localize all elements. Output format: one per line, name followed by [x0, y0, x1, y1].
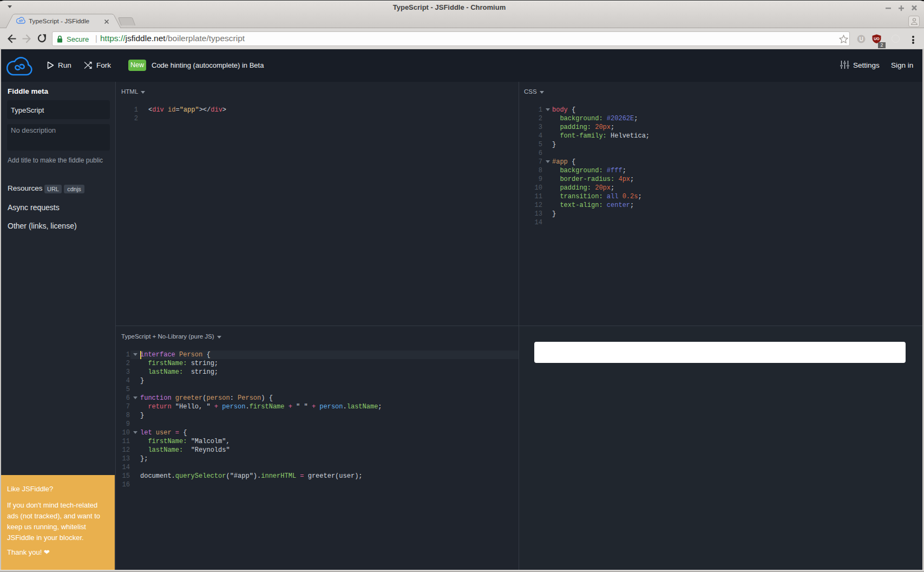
svg-text:U: U [859, 36, 863, 42]
svg-text:UO: UO [874, 37, 880, 41]
